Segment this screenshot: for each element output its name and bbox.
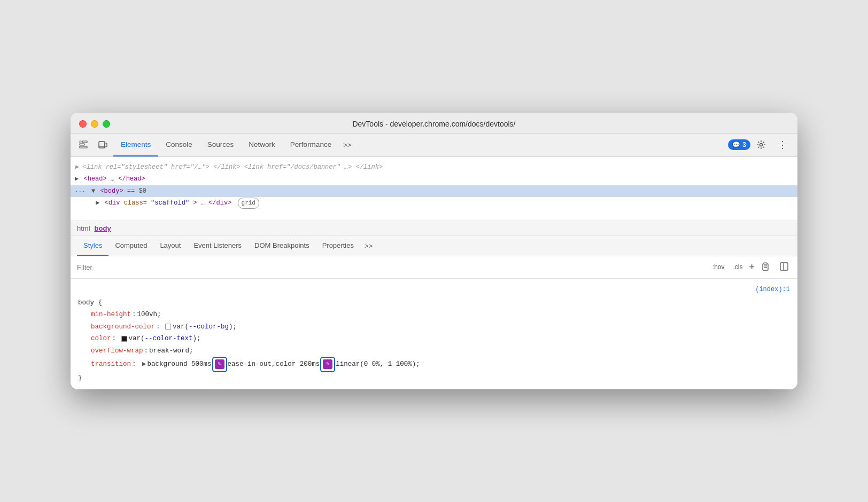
svg-rect-4 — [99, 142, 105, 148]
devtools-action-buttons: 💬 3 ⋮ — [728, 136, 793, 153]
styles-tabs-more[interactable]: >> — [360, 242, 377, 250]
devtools-window: DevTools - developer.chrome.com/docs/dev… — [71, 113, 797, 389]
breadcrumb-bar: html body — [71, 221, 797, 236]
close-button[interactable] — [79, 120, 87, 128]
expand-icon[interactable]: ▶ — [75, 175, 79, 183]
main-tab-list: Elements Console Sources Network Perform… — [113, 134, 728, 156]
tree-head-line[interactable]: ▶ <head> … </head> — [71, 173, 797, 185]
add-style-button[interactable]: + — [749, 262, 755, 272]
window-title: DevTools - developer.chrome.com/docs/dev… — [352, 120, 515, 128]
tab-console[interactable]: Console — [158, 134, 200, 156]
css-rules-panel: (index):1 body { min-height : 100vh; bac… — [71, 279, 797, 389]
expand-div-icon[interactable]: ▶ — [96, 199, 99, 207]
feedback-icon: 💬 — [732, 141, 740, 148]
svg-point-7 — [760, 144, 763, 146]
filter-input[interactable] — [77, 263, 710, 271]
maximize-button[interactable] — [103, 120, 110, 128]
easing-icon-2[interactable] — [323, 359, 332, 369]
breadcrumb-body[interactable]: body — [95, 224, 111, 232]
devtools-tab-bar: Elements Console Sources Network Perform… — [71, 134, 797, 157]
hov-button[interactable]: :hov — [710, 262, 727, 272]
styles-tab-bar: Styles Computed Layout Event Listeners D… — [71, 236, 797, 256]
tab-network[interactable]: Network — [241, 134, 283, 156]
svg-rect-12 — [780, 263, 788, 270]
svg-rect-0 — [80, 141, 81, 143]
prop-min-height: min-height : 100vh; — [78, 309, 790, 321]
device-toggle-icon[interactable] — [94, 136, 111, 153]
breadcrumb-html[interactable]: html — [77, 224, 90, 232]
expand-body-icon[interactable]: ▼ — [91, 187, 95, 195]
tree-body-line[interactable]: ··· ▼ <body> == $0 — [71, 185, 797, 197]
rule-source[interactable]: (index):1 — [78, 284, 790, 296]
svg-rect-2 — [80, 144, 84, 145]
filter-bar: :hov .cls + — [71, 256, 797, 279]
feedback-count: 3 — [742, 141, 746, 148]
svg-rect-9 — [764, 263, 767, 264]
more-options-icon[interactable]: ⋮ — [774, 136, 791, 153]
tab-event-listeners[interactable]: Event Listeners — [187, 236, 248, 256]
rule-selector: body { — [78, 297, 790, 309]
tabs-more-button[interactable]: >> — [339, 141, 355, 149]
cls-button[interactable]: .cls — [731, 262, 745, 272]
rule-closing-brace: } — [78, 372, 790, 385]
elements-panel: ▶ <link rel="stylesheet" href="/…"> </li… — [71, 157, 797, 221]
color-var-link[interactable]: --color-text — [145, 333, 193, 345]
easing-icon-1[interactable] — [215, 359, 224, 369]
transition-expand-icon[interactable]: ▶ — [142, 358, 146, 371]
svg-rect-1 — [82, 141, 87, 143]
tree-div-line[interactable]: ▶ <div class= "scaffold" > … </div> grid — [71, 197, 797, 209]
tab-layout[interactable]: Layout — [153, 236, 187, 256]
tab-sources[interactable]: Sources — [200, 134, 242, 156]
easing-highlight-1 — [212, 357, 227, 372]
feedback-badge[interactable]: 💬 3 — [728, 139, 750, 150]
svg-rect-8 — [763, 264, 768, 270]
tab-styles[interactable]: Styles — [77, 236, 108, 256]
tab-performance[interactable]: Performance — [283, 134, 339, 156]
prop-overflow-wrap: overflow-wrap : break-word; — [78, 345, 790, 357]
settings-icon[interactable] — [753, 136, 770, 153]
traffic-lights — [79, 120, 110, 128]
filter-actions: :hov .cls + — [710, 261, 791, 274]
minimize-button[interactable] — [91, 120, 98, 128]
tab-elements[interactable]: Elements — [113, 134, 158, 156]
sidebar-toggle-button[interactable] — [777, 261, 791, 274]
bg-color-swatch[interactable] — [165, 324, 171, 330]
prop-transition: transition : ▶ background 500ms ease-in-… — [78, 357, 790, 372]
prop-color: color : var( --color-text ); — [78, 333, 790, 345]
tab-dom-breakpoints[interactable]: DOM Breakpoints — [248, 236, 316, 256]
element-picker-icon[interactable] — [75, 136, 92, 153]
paste-style-button[interactable] — [759, 261, 773, 274]
color-swatch[interactable] — [121, 336, 127, 342]
tab-properties[interactable]: Properties — [316, 236, 360, 256]
easing-highlight-2 — [320, 357, 335, 372]
title-bar: DevTools - developer.chrome.com/docs/dev… — [71, 113, 797, 134]
tree-faded-line: ▶ <link rel="stylesheet" href="/…"> </li… — [71, 161, 797, 173]
prop-background-color: background-color : var( --color-bg ); — [78, 321, 790, 333]
svg-rect-3 — [80, 146, 87, 148]
tab-computed[interactable]: Computed — [108, 236, 153, 256]
bg-color-var-link[interactable]: --color-bg — [189, 321, 229, 333]
grid-badge[interactable]: grid — [238, 198, 259, 209]
